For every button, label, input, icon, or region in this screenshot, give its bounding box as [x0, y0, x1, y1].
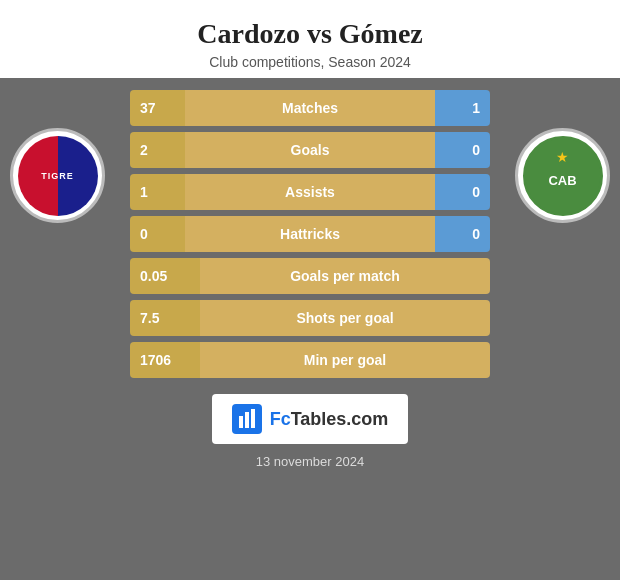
stat-left-assists: 1: [130, 174, 185, 210]
stats-container: 37 Matches 1 2 Goals 0 1 Assists 0 0 Hat…: [130, 90, 490, 378]
stat-left-min-per-goal: 1706: [130, 342, 200, 378]
subtitle: Club competitions, Season 2024: [10, 54, 610, 70]
content-area: TIGRE ★ CAB 37 Matches 1 2 Goals 0: [0, 78, 620, 580]
logo-section[interactable]: FcTables.com: [212, 394, 409, 444]
stat-right-hattricks: 0: [435, 216, 490, 252]
stat-left-hattricks: 0: [130, 216, 185, 252]
fctables-icon: [232, 404, 262, 434]
banfield-badge-inner: ★ CAB: [523, 136, 603, 216]
tigre-label: TIGRE: [41, 171, 74, 181]
stat-left-shots-per-goal: 7.5: [130, 300, 200, 336]
stat-label-hattricks: Hattricks: [185, 216, 435, 252]
footer-date: 13 november 2024: [256, 454, 364, 469]
stat-row-goals: 2 Goals 0: [130, 132, 490, 168]
banfield-label: CAB: [548, 173, 576, 188]
stat-row-matches: 37 Matches 1: [130, 90, 490, 126]
page-wrapper: Cardozo vs Gómez Club competitions, Seas…: [0, 0, 620, 580]
stat-row-min-per-goal: 1706 Min per goal: [130, 342, 490, 378]
stat-label-shots-per-goal: Shots per goal: [200, 300, 490, 336]
banfield-star: ★: [556, 149, 569, 165]
svg-rect-0: [239, 416, 243, 428]
stat-right-assists: 0: [435, 174, 490, 210]
stat-label-goals: Goals: [185, 132, 435, 168]
fctables-logo-text: FcTables.com: [270, 409, 389, 430]
stat-row-shots-per-goal: 7.5 Shots per goal: [130, 300, 490, 336]
stat-row-assists: 1 Assists 0: [130, 174, 490, 210]
svg-rect-1: [245, 412, 249, 428]
title-section: Cardozo vs Gómez Club competitions, Seas…: [0, 0, 620, 78]
stat-left-goals: 2: [130, 132, 185, 168]
stat-label-min-per-goal: Min per goal: [200, 342, 490, 378]
stat-left-goals-per-match: 0.05: [130, 258, 200, 294]
main-title: Cardozo vs Gómez: [10, 18, 610, 50]
stat-row-goals-per-match: 0.05 Goals per match: [130, 258, 490, 294]
stat-right-goals: 0: [435, 132, 490, 168]
stat-label-matches: Matches: [185, 90, 435, 126]
stat-row-hattricks: 0 Hattricks 0: [130, 216, 490, 252]
stat-label-goals-per-match: Goals per match: [200, 258, 490, 294]
stat-right-matches: 1: [435, 90, 490, 126]
tigre-badge-inner: TIGRE: [18, 136, 98, 216]
team-badge-left: TIGRE: [10, 128, 105, 223]
svg-rect-2: [251, 409, 255, 428]
team-badge-right: ★ CAB: [515, 128, 610, 223]
stat-label-assists: Assists: [185, 174, 435, 210]
stat-left-matches: 37: [130, 90, 185, 126]
